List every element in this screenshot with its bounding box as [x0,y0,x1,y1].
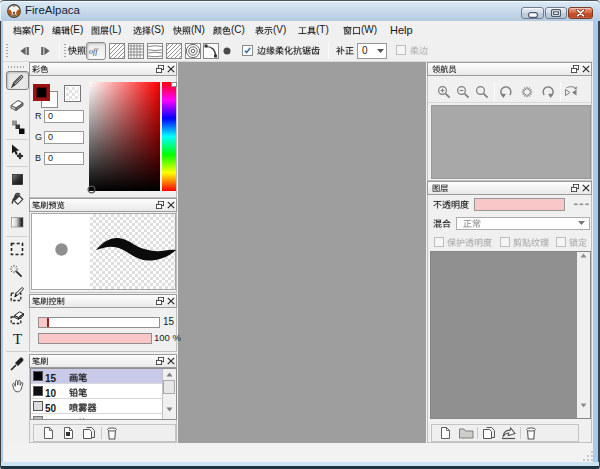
svg-text:T: T [13,331,22,347]
